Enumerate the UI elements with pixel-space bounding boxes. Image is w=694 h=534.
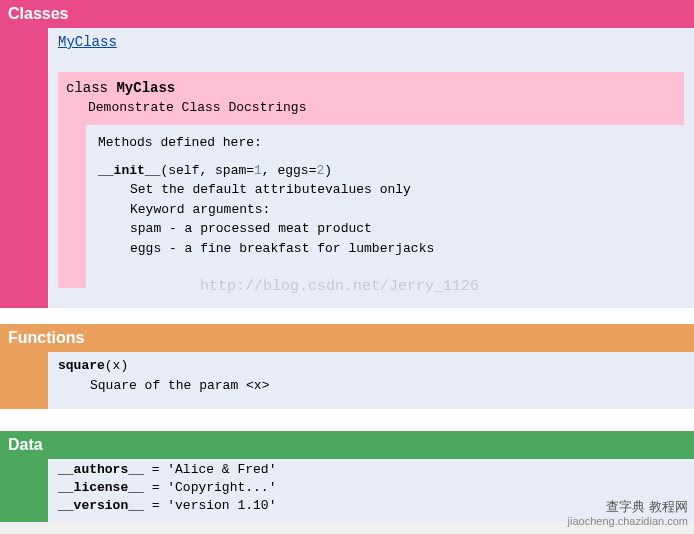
functions-heading: Functions	[0, 324, 694, 352]
data-row-authors: __authors__ = 'Alice & Fred'	[58, 461, 684, 479]
class-docstring: Demonstrate Class Docstrings	[58, 98, 684, 125]
license-val: = 'Copyright...'	[144, 480, 277, 495]
init-doc-line4: eggs - a fine breakfast for lumberjacks	[98, 239, 674, 259]
classes-content: MyClass class MyClass Demonstrate Class …	[48, 28, 694, 308]
init-mid: , eggs=	[262, 163, 317, 178]
spacer	[0, 409, 694, 431]
data-body: __authors__ = 'Alice & Fred' __license__…	[0, 459, 694, 522]
methods-box: Methods defined here: __init__(self, spa…	[86, 125, 684, 288]
data-row-version: __version__ = 'version 1.10'	[58, 497, 684, 515]
init-open: (self, spam=	[160, 163, 254, 178]
init-doc-line3: spam - a processed meat product	[98, 219, 674, 239]
version-name: __version__	[58, 498, 144, 513]
class-name: MyClass	[116, 80, 175, 96]
data-heading: Data	[0, 431, 694, 459]
class-keyword: class	[66, 80, 116, 96]
classes-body: MyClass class MyClass Demonstrate Class …	[0, 28, 694, 308]
class-definition-box: class MyClass Demonstrate Class Docstrin…	[58, 72, 684, 288]
init-doc-line1: Set the default attributevalues only	[98, 180, 674, 200]
init-default1: 1	[254, 163, 262, 178]
square-name: square	[58, 358, 105, 373]
data-content: __authors__ = 'Alice & Fred' __license__…	[48, 459, 694, 522]
data-row-license: __license__ = 'Copyright...'	[58, 479, 684, 497]
square-doc: Square of the param <x>	[58, 376, 684, 396]
square-args: (x)	[105, 358, 128, 373]
functions-gutter	[0, 352, 48, 409]
methods-header: Methods defined here:	[98, 133, 674, 153]
authors-name: __authors__	[58, 462, 144, 477]
square-signature: square(x)	[58, 356, 684, 376]
init-name: __init__	[98, 163, 160, 178]
license-name: __license__	[58, 480, 144, 495]
myclass-link[interactable]: MyClass	[58, 34, 117, 50]
data-gutter	[0, 459, 48, 522]
functions-body: square(x) Square of the param <x>	[0, 352, 694, 409]
init-signature: __init__(self, spam=1, eggs=2)	[98, 161, 674, 181]
init-close: )	[324, 163, 332, 178]
spacer	[0, 308, 694, 324]
classes-heading: Classes	[0, 0, 694, 28]
classes-gutter	[0, 28, 48, 308]
version-val: = 'version 1.10'	[144, 498, 277, 513]
init-doc-line2: Keyword arguments:	[98, 200, 674, 220]
functions-content: square(x) Square of the param <x>	[48, 352, 694, 409]
authors-val: = 'Alice & Fred'	[144, 462, 277, 477]
class-title-line: class MyClass	[58, 78, 684, 98]
